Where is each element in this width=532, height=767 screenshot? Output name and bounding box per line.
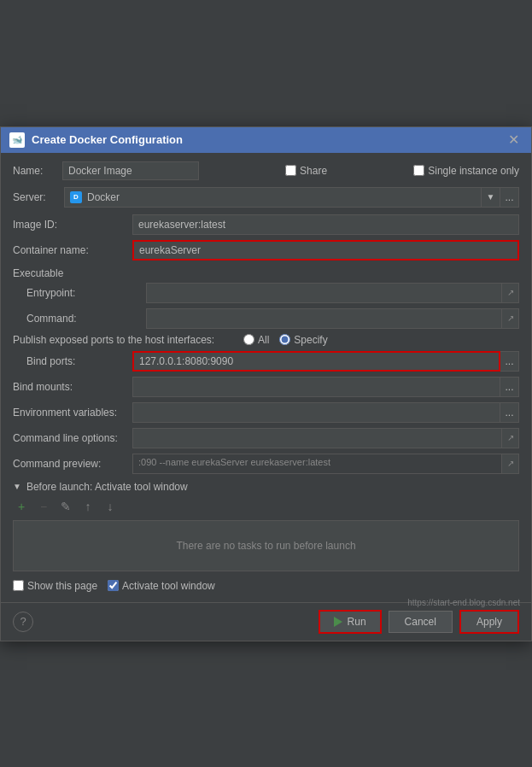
show-page-label: Show this page bbox=[27, 580, 97, 592]
dialog-title: Create Docker Configuration bbox=[32, 133, 505, 146]
close-button[interactable]: ✕ bbox=[505, 133, 523, 147]
run-label: Run bbox=[348, 616, 366, 628]
entrypoint-row: Entrypoint: ↗ bbox=[13, 283, 519, 303]
single-instance-group: Single instance only bbox=[413, 165, 519, 177]
show-page-checkbox[interactable] bbox=[13, 580, 24, 591]
container-name-row: Container name: bbox=[13, 240, 519, 261]
move-up-button[interactable]: ↑ bbox=[79, 498, 96, 515]
env-vars-input[interactable] bbox=[132, 402, 500, 423]
title-bar: 🐋 Create Docker Configuration ✕ bbox=[1, 127, 531, 153]
run-button[interactable]: Run bbox=[319, 610, 382, 634]
cmd-preview-value: :090 --name eurekaServer eurekaserver:la… bbox=[132, 454, 502, 474]
activate-tool-label: Activate tool window bbox=[122, 580, 215, 592]
cmd-options-row: Command line options: ↗ bbox=[13, 428, 519, 448]
entrypoint-expand-button[interactable]: ↗ bbox=[502, 283, 519, 303]
share-group: Share bbox=[285, 165, 327, 177]
executable-section-label: Executable bbox=[13, 267, 519, 279]
server-value: Docker bbox=[87, 191, 120, 203]
env-vars-dots-button[interactable]: ... bbox=[500, 402, 519, 423]
command-input[interactable] bbox=[146, 308, 502, 329]
before-launch-section: ▼ Before launch: Activate tool window + … bbox=[13, 481, 519, 571]
image-id-row: Image ID: bbox=[13, 214, 519, 235]
footer-buttons: Run Cancel Apply bbox=[319, 610, 519, 634]
single-instance-label: Single instance only bbox=[428, 165, 519, 177]
bind-ports-row: Bind ports: ... bbox=[13, 351, 519, 372]
docker-icon: 🐋 bbox=[9, 132, 25, 148]
command-expand-button[interactable]: ↗ bbox=[502, 308, 519, 329]
env-vars-row: Environment variables: ... bbox=[13, 402, 519, 423]
server-label: Server: bbox=[13, 191, 64, 203]
before-launch-label: Before launch: Activate tool window bbox=[26, 481, 188, 493]
cmd-options-label: Command line options: bbox=[13, 432, 132, 444]
docker-small-icon: D bbox=[70, 191, 82, 203]
env-vars-label: Environment variables: bbox=[13, 407, 132, 419]
move-down-button[interactable]: ↓ bbox=[102, 498, 119, 515]
image-id-label: Image ID: bbox=[13, 219, 132, 231]
command-label: Command: bbox=[26, 313, 146, 325]
cmd-preview-label: Command preview: bbox=[13, 458, 132, 470]
command-row: Command: ↗ bbox=[13, 308, 519, 329]
server-select[interactable]: D Docker bbox=[64, 187, 482, 208]
apply-button[interactable]: Apply bbox=[459, 610, 519, 634]
bind-ports-input[interactable] bbox=[132, 351, 500, 372]
top-row: Name: Share Single instance only bbox=[13, 161, 519, 180]
cmd-options-expand-button[interactable]: ↗ bbox=[502, 428, 519, 448]
specify-radio-option[interactable]: Specify bbox=[279, 334, 327, 346]
share-checkbox[interactable] bbox=[285, 165, 296, 176]
name-input[interactable] bbox=[62, 161, 199, 180]
all-radio[interactable] bbox=[243, 334, 254, 345]
bind-ports-dots-button[interactable]: ... bbox=[500, 351, 519, 372]
cancel-button[interactable]: Cancel bbox=[389, 611, 453, 633]
edit-task-button[interactable]: ✎ bbox=[57, 498, 74, 515]
help-button[interactable]: ? bbox=[13, 612, 33, 632]
before-launch-header: ▼ Before launch: Activate tool window bbox=[13, 481, 519, 493]
run-triangle-icon bbox=[334, 617, 342, 627]
dialog-body: Name: Share Single instance only Server:… bbox=[1, 153, 531, 592]
container-name-input[interactable] bbox=[132, 240, 519, 261]
entrypoint-input[interactable] bbox=[146, 283, 502, 303]
server-row: Server: D Docker ▼ ... bbox=[13, 187, 519, 208]
bind-mounts-row: Bind mounts: ... bbox=[13, 377, 519, 397]
all-radio-label: All bbox=[258, 334, 269, 346]
no-tasks-area: There are no tasks to run before launch bbox=[13, 520, 519, 571]
activate-tool-option[interactable]: Activate tool window bbox=[108, 580, 215, 592]
publish-ports-row: Publish exposed ports to the host interf… bbox=[13, 334, 519, 346]
activate-tool-checkbox[interactable] bbox=[108, 580, 119, 591]
single-instance-checkbox[interactable] bbox=[413, 165, 424, 176]
remove-task-button[interactable]: − bbox=[35, 498, 52, 515]
server-dropdown-arrow[interactable]: ▼ bbox=[482, 187, 500, 208]
bind-ports-label: Bind ports: bbox=[13, 355, 132, 367]
bottom-options: Show this page Activate tool window bbox=[13, 580, 519, 592]
bind-mounts-input[interactable] bbox=[132, 377, 500, 397]
no-tasks-text: There are no tasks to run before launch bbox=[176, 540, 355, 552]
cmd-options-input[interactable] bbox=[132, 428, 502, 448]
all-radio-option[interactable]: All bbox=[243, 334, 269, 346]
ports-radio-group: All Specify bbox=[243, 334, 328, 346]
specify-radio-label: Specify bbox=[294, 334, 327, 346]
show-page-option[interactable]: Show this page bbox=[13, 580, 97, 592]
name-label: Name: bbox=[13, 165, 56, 177]
entrypoint-label: Entrypoint: bbox=[26, 287, 146, 299]
dialog-footer: ? Run Cancel Apply bbox=[1, 602, 531, 641]
cmd-preview-row: Command preview: :090 --name eurekaServe… bbox=[13, 454, 519, 474]
image-id-input[interactable] bbox=[132, 214, 519, 235]
before-launch-collapse-icon[interactable]: ▼ bbox=[13, 482, 21, 491]
cmd-preview-expand-button[interactable]: ↗ bbox=[502, 454, 519, 474]
share-label: Share bbox=[300, 165, 327, 177]
publish-ports-label: Publish exposed ports to the host interf… bbox=[13, 334, 243, 346]
server-dots-button[interactable]: ... bbox=[500, 187, 519, 208]
bind-mounts-label: Bind mounts: bbox=[13, 381, 132, 393]
container-name-label: Container name: bbox=[13, 244, 132, 256]
specify-radio[interactable] bbox=[279, 334, 290, 345]
before-launch-toolbar: + − ✎ ↑ ↓ bbox=[13, 498, 519, 515]
bind-mounts-dots-button[interactable]: ... bbox=[500, 377, 519, 397]
add-task-button[interactable]: + bbox=[13, 498, 30, 515]
